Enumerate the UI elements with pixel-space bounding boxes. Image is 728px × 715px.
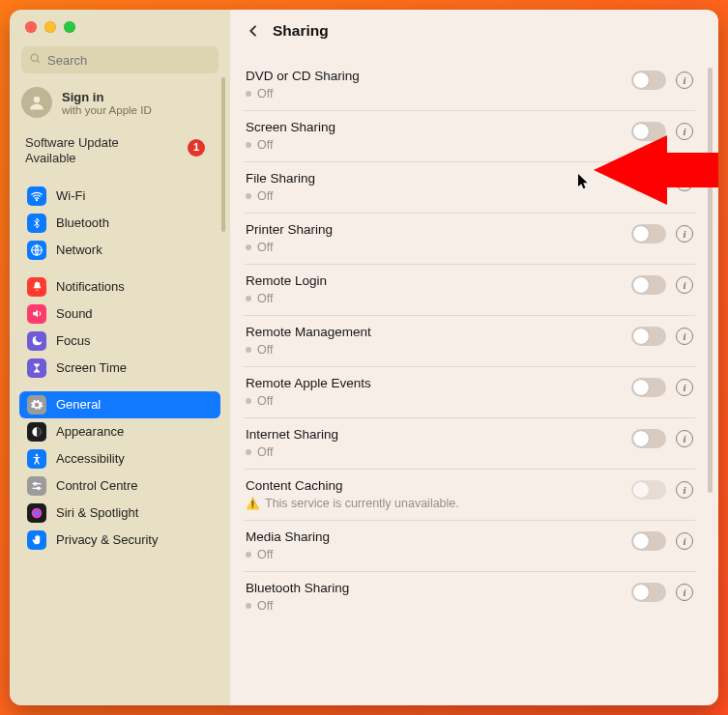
toggle-screen-sharing[interactable] — [631, 122, 666, 141]
svg-point-10 — [37, 487, 40, 490]
hand-icon — [27, 530, 46, 550]
search-input[interactable] — [47, 53, 211, 68]
sharing-row-remote-login: Remote LoginOffi — [244, 265, 695, 316]
sharing-row-media-sharing: Media SharingOffi — [244, 521, 695, 572]
siri-icon — [27, 503, 46, 523]
main-scrollbar[interactable] — [708, 68, 713, 493]
info-button-screen-sharing[interactable]: i — [676, 123, 693, 140]
sign-in-title: Sign in — [62, 90, 152, 104]
sidebar-item-wifi[interactable]: Wi-Fi — [19, 183, 220, 210]
sidebar-item-siri[interactable]: Siri & Spotlight — [19, 500, 220, 527]
bell-icon — [27, 277, 46, 297]
sidebar-item-accessibility[interactable]: Accessibility — [19, 445, 220, 472]
traffic-lights — [10, 10, 230, 43]
status-dot-icon — [246, 193, 251, 199]
warning-icon: ⚠️ — [246, 497, 259, 510]
status-dot-icon — [246, 347, 251, 353]
sidebar-item-control-centre[interactable]: Control Centre — [19, 472, 220, 500]
sidebar-item-label: Notifications — [56, 279, 125, 294]
sidebar-item-label: Privacy & Security — [56, 532, 158, 547]
row-status: Off — [246, 548, 631, 561]
row-status-text: Off — [257, 599, 273, 613]
sidebar-item-bluetooth[interactable]: Bluetooth — [19, 210, 220, 237]
sign-in-text: Sign in with your Apple ID — [62, 90, 152, 116]
sidebar-item-privacy[interactable]: Privacy & Security — [19, 527, 220, 554]
sidebar-item-notifications[interactable]: Notifications — [19, 273, 220, 300]
status-dot-icon — [246, 296, 251, 301]
search-icon — [29, 52, 42, 68]
sidebar-item-general[interactable]: General — [19, 391, 220, 418]
toggle-bluetooth-sharing[interactable] — [631, 583, 666, 602]
sidebar-scrollbar[interactable] — [221, 77, 225, 232]
toggle-file-sharing[interactable] — [631, 173, 666, 192]
minimize-window-button[interactable] — [44, 21, 56, 33]
bluetooth-icon — [27, 214, 46, 233]
sidebar-item-appearance[interactable]: Appearance — [19, 418, 220, 445]
globe-icon — [27, 241, 46, 260]
toggle-internet-sharing[interactable] — [631, 429, 666, 448]
sharing-row-remote-management: Remote ManagementOffi — [244, 316, 695, 367]
toggle-remote-apple-events[interactable] — [631, 378, 666, 397]
sharing-row-internet-sharing: Internet SharingOffi — [244, 418, 695, 470]
info-button-media-sharing[interactable]: i — [676, 532, 693, 550]
info-button-file-sharing[interactable]: i — [676, 174, 693, 191]
status-dot-icon — [246, 552, 251, 558]
sidebar-item-focus[interactable]: Focus — [19, 328, 220, 355]
sidebar-item-sound[interactable]: Sound — [19, 300, 220, 328]
svg-line-1 — [37, 60, 40, 63]
info-button-dvd[interactable]: i — [676, 72, 693, 89]
row-title: Printer Sharing — [246, 222, 631, 237]
row-title: Screen Sharing — [246, 120, 631, 134]
info-button-remote-management[interactable]: i — [676, 328, 693, 345]
sidebar-item-label: General — [56, 397, 101, 412]
sidebar-item-label: Screen Time — [56, 360, 127, 375]
software-update-line1: Software Update — [25, 135, 215, 151]
svg-point-8 — [34, 482, 37, 485]
info-button-remote-apple-events[interactable]: i — [676, 379, 693, 396]
back-button[interactable] — [246, 23, 261, 39]
sharing-row-printer-sharing: Printer SharingOffi — [244, 214, 695, 265]
info-button-bluetooth-sharing[interactable]: i — [676, 584, 693, 601]
status-dot-icon — [246, 91, 251, 97]
info-button-internet-sharing[interactable]: i — [676, 430, 693, 447]
row-title: DVD or CD Sharing — [246, 69, 631, 83]
sharing-row-remote-apple-events: Remote Apple EventsOffi — [244, 367, 695, 418]
sidebar-item-label: Sound — [56, 306, 93, 321]
toggle-remote-login[interactable] — [631, 275, 666, 295]
toggle-remote-management[interactable] — [631, 327, 666, 346]
info-button-printer-sharing[interactable]: i — [676, 225, 693, 243]
page-title: Sharing — [273, 22, 329, 40]
software-update-notice[interactable]: Software Update Available 1 — [10, 135, 230, 183]
close-window-button[interactable] — [25, 21, 37, 33]
row-title: Content Caching — [246, 478, 631, 493]
gear-icon — [27, 395, 46, 415]
sidebar-nav-list: Wi-FiBluetoothNetworkNotificationsSoundF… — [10, 183, 230, 563]
sidebar-item-screentime[interactable]: Screen Time — [19, 355, 220, 382]
status-dot-icon — [246, 244, 251, 250]
sidebar-item-label: Network — [56, 243, 102, 257]
svg-point-3 — [36, 199, 37, 200]
sharing-rows: DVD or CD SharingOffiScreen SharingOffiF… — [230, 52, 718, 705]
toggle-printer-sharing[interactable] — [631, 224, 666, 243]
info-button-remote-login[interactable]: i — [676, 276, 693, 294]
row-status-text: Off — [257, 241, 273, 254]
sidebar-item-label: Siri & Spotlight — [56, 505, 138, 520]
sidebar-item-network[interactable]: Network — [19, 237, 220, 264]
row-status: Off — [246, 87, 631, 100]
status-dot-icon — [246, 142, 251, 148]
row-status: Off — [246, 445, 631, 459]
row-status: Off — [246, 189, 631, 203]
search-field-container[interactable] — [21, 46, 218, 73]
sidebar-item-label: Focus — [56, 333, 90, 348]
zoom-window-button[interactable] — [64, 21, 75, 33]
toggle-dvd[interactable] — [631, 71, 666, 90]
row-status-text: Off — [257, 394, 273, 408]
info-button-content-caching[interactable]: i — [676, 481, 693, 499]
svg-point-0 — [31, 54, 38, 61]
row-status: Off — [246, 138, 631, 152]
toggle-media-sharing[interactable] — [631, 531, 666, 551]
hourglass-icon — [27, 358, 46, 378]
row-status-text: Off — [257, 138, 273, 152]
sign-in-row[interactable]: Sign in with your Apple ID — [21, 87, 215, 118]
row-status-text: Off — [257, 445, 273, 459]
